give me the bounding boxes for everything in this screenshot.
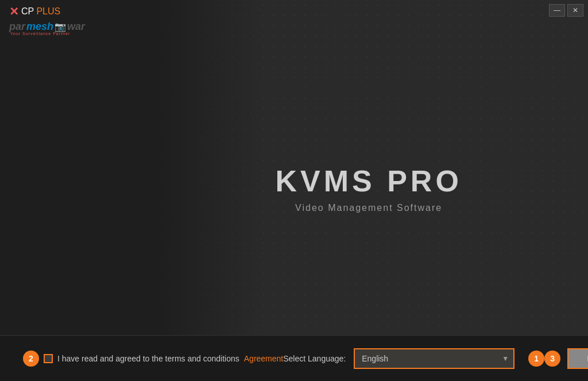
- main-window: — ✕ ✕ CP PLUS parmesh📷war Your Surveilla…: [0, 0, 588, 381]
- parmeshwar-mesh: mesh: [26, 21, 53, 33]
- cp-cp-text: CP: [21, 6, 36, 16]
- terms-checkbox[interactable]: [44, 354, 53, 363]
- parmeshwar-par: par: [9, 21, 25, 33]
- language-select-wrapper: English Chinese French German Spanish ▼: [354, 348, 514, 369]
- camera-icon: 📷: [55, 21, 66, 32]
- agreement-link[interactable]: Agreement: [244, 354, 283, 363]
- main-content: KVMS PRO Video Management Software: [275, 163, 462, 213]
- parmeshwar-war: war: [67, 21, 85, 33]
- app-subtitle: Video Management Software: [275, 202, 462, 213]
- next-button[interactable]: Next: [567, 348, 588, 369]
- cp-plus-logo: ✕ CP PLUS: [9, 6, 85, 17]
- app-title: KVMS PRO: [275, 163, 462, 198]
- parmeshwar-tagline: Your Surveillance Partner: [10, 32, 85, 36]
- parmeshwar-logo: parmesh📷war Your Surveillance Partner: [9, 21, 85, 36]
- step3-badge: 3: [544, 351, 560, 367]
- minimize-button[interactable]: —: [549, 4, 565, 17]
- cp-plus-text: PLUS: [36, 6, 60, 16]
- terms-section: 2 I have read and agreed to the terms an…: [23, 351, 283, 367]
- bottom-bar: 2 I have read and agreed to the terms an…: [0, 335, 588, 381]
- next-section: 3 Next: [544, 348, 588, 369]
- logo-area: ✕ CP PLUS parmesh📷war Your Surveillance …: [9, 6, 85, 36]
- cp-cross-icon: ✕: [9, 6, 19, 17]
- cp-text: CP PLUS: [21, 6, 60, 17]
- step2-badge: 2: [23, 351, 39, 367]
- titlebar: — ✕: [0, 0, 588, 21]
- language-select[interactable]: English Chinese French German Spanish: [354, 348, 514, 369]
- parmeshwar-main: parmesh📷war: [9, 21, 85, 33]
- window-controls: — ✕: [549, 4, 583, 17]
- close-button[interactable]: ✕: [567, 4, 583, 17]
- terms-text: I have read and agreed to the terms and …: [57, 354, 239, 363]
- step1-badge: 1: [528, 351, 544, 367]
- select-language-label: Select Language:: [283, 354, 346, 363]
- language-section: Select Language: English Chinese French …: [283, 348, 544, 369]
